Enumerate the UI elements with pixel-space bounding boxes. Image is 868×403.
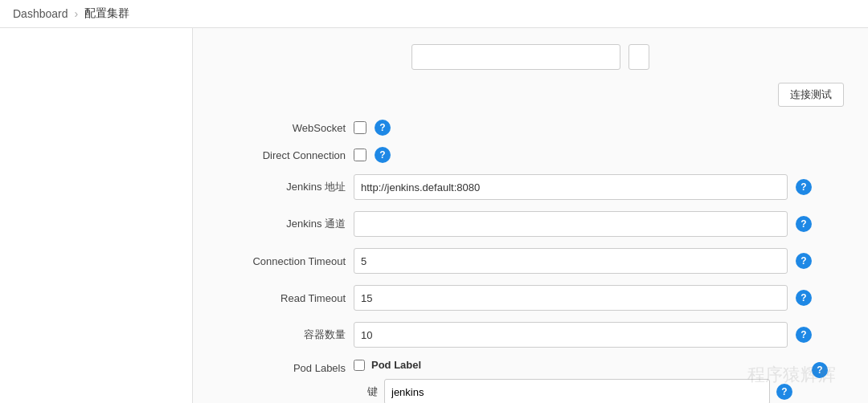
jenkins-address-label: Jenkins 地址 [217, 180, 346, 194]
top-input[interactable] [411, 44, 620, 70]
pod-key-help-icon[interactable]: ? [776, 384, 792, 400]
jenkins-tunnel-label: Jenkins 通道 [217, 217, 346, 231]
connection-timeout-label: Connection Timeout [217, 255, 346, 267]
read-timeout-input[interactable] [354, 285, 788, 311]
container-count-input[interactable] [354, 322, 788, 348]
breadcrumb-separator: › [75, 7, 79, 20]
direct-connection-label: Direct Connection [217, 149, 346, 161]
jenkins-address-help-icon[interactable]: ? [796, 179, 812, 195]
jenkins-address-input[interactable] [354, 174, 788, 200]
jenkins-tunnel-help-icon[interactable]: ? [796, 216, 812, 232]
direct-connection-checkbox[interactable] [354, 149, 366, 161]
read-timeout-help-icon[interactable]: ? [796, 290, 812, 306]
pod-label-header-checkbox[interactable] [354, 360, 365, 371]
key-label: 键 [354, 385, 378, 399]
main-content: 连接测试 WebSocket ? Direct Connection ? Jen… [193, 28, 868, 403]
top-small-button[interactable] [628, 44, 649, 70]
direct-connection-help-icon[interactable]: ? [375, 147, 391, 163]
read-timeout-label: Read Timeout [217, 292, 346, 304]
pod-labels-help-icon[interactable]: ? [812, 362, 828, 378]
websocket-checkbox[interactable] [354, 121, 366, 134]
pod-key-input[interactable] [384, 379, 770, 403]
pod-label-title: Pod Label [371, 359, 421, 371]
websocket-label: WebSocket [217, 122, 346, 134]
container-count-label: 容器数量 [217, 328, 346, 342]
connection-timeout-help-icon[interactable]: ? [796, 253, 812, 269]
breadcrumb-current: 配置集群 [84, 6, 129, 21]
pod-labels-label: Pod Labels [217, 359, 346, 374]
connection-timeout-input[interactable] [354, 248, 788, 274]
container-count-help-icon[interactable]: ? [796, 327, 812, 343]
websocket-help-icon[interactable]: ? [375, 120, 391, 136]
jenkins-tunnel-input[interactable] [354, 211, 788, 237]
connect-test-button[interactable]: 连接测试 [778, 83, 844, 107]
breadcrumb-dashboard[interactable]: Dashboard [13, 7, 68, 20]
sidebar [0, 28, 193, 403]
